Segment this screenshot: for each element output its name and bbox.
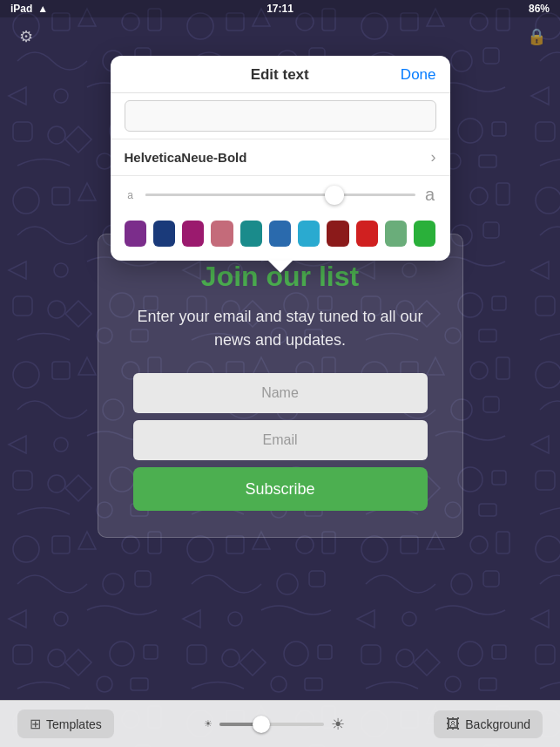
- popup-font-name: HelveticaNeue-Bold: [125, 150, 247, 165]
- status-right: 86%: [529, 3, 550, 15]
- color-swatch-magenta[interactable]: [182, 221, 204, 247]
- templates-button[interactable]: ⊞ Templates: [17, 710, 114, 738]
- popup-font-row[interactable]: HelveticaNeue-Bold ›: [111, 139, 450, 176]
- color-swatch-green[interactable]: [414, 221, 435, 247]
- popup-arrow: [268, 261, 293, 273]
- color-swatch-blue[interactable]: [269, 221, 291, 247]
- settings-icon[interactable]: ⚙: [14, 24, 38, 49]
- brightness-slider-thumb[interactable]: [253, 716, 270, 733]
- brightness-max-icon: ☀: [331, 715, 345, 734]
- status-bar: iPad ▲ 17:11 86%: [0, 0, 560, 17]
- popup-header: Edit text Done: [111, 56, 450, 93]
- main-content: ⚙ 🔒 Edit text Done HelveticaNeue-Bold › …: [0, 17, 560, 747]
- status-left: iPad ▲: [10, 3, 48, 15]
- color-swatch-sage[interactable]: [385, 221, 407, 247]
- subscribe-label: Subscribe: [245, 480, 314, 499]
- email-input[interactable]: Email: [133, 420, 428, 460]
- color-swatch-red[interactable]: [356, 221, 378, 247]
- templates-icon: ⊞: [30, 716, 41, 732]
- size-slider-fill: [145, 194, 334, 196]
- name-input[interactable]: Name: [133, 373, 428, 413]
- brightness-min-icon: ☀: [204, 718, 213, 730]
- color-swatch-teal[interactable]: [240, 221, 262, 247]
- size-small-label: a: [125, 189, 137, 201]
- signup-card: Join our list Enter your email and stay …: [98, 234, 463, 538]
- popup-done-button[interactable]: Done: [401, 66, 436, 84]
- edit-text-popup: Edit text Done HelveticaNeue-Bold › a a: [111, 56, 450, 261]
- signup-description: Enter your email and stay tuned to all o…: [133, 305, 428, 352]
- subscribe-button[interactable]: Subscribe: [133, 467, 428, 511]
- size-slider-thumb[interactable]: [325, 186, 344, 205]
- wifi-icon: ▲: [37, 3, 48, 15]
- color-swatch-rose[interactable]: [211, 221, 233, 247]
- color-swatch-darkred[interactable]: [327, 221, 348, 247]
- popup-text-input[interactable]: [125, 100, 436, 132]
- color-swatch-navy[interactable]: [153, 221, 175, 247]
- brightness-slider-track[interactable]: [219, 723, 324, 726]
- size-slider-track[interactable]: [145, 194, 415, 196]
- popup-font-arrow-icon: ›: [431, 148, 436, 166]
- popup-size-row: a a: [111, 176, 450, 214]
- color-swatch-purple[interactable]: [125, 221, 146, 247]
- popup-colors-row: [111, 214, 450, 250]
- name-placeholder: Name: [261, 385, 299, 401]
- lock-icon[interactable]: 🔒: [527, 27, 546, 46]
- popup-title: Edit text: [159, 66, 401, 84]
- bottom-toolbar: ⊞ Templates ☀ ☀ 🖼 Background: [0, 700, 560, 747]
- background-label: Background: [465, 717, 530, 731]
- size-large-label: a: [424, 185, 436, 205]
- background-button[interactable]: 🖼 Background: [434, 710, 543, 738]
- battery-label: 86%: [529, 3, 550, 15]
- status-time: 17:11: [267, 3, 293, 15]
- brightness-slider-area: ☀ ☀: [204, 715, 345, 734]
- background-icon: 🖼: [446, 716, 460, 732]
- templates-label: Templates: [46, 717, 102, 731]
- email-placeholder: Email: [262, 432, 297, 448]
- top-toolbar: ⚙ 🔒: [0, 17, 560, 56]
- carrier-label: iPad: [10, 3, 32, 15]
- color-swatch-cyan[interactable]: [298, 221, 320, 247]
